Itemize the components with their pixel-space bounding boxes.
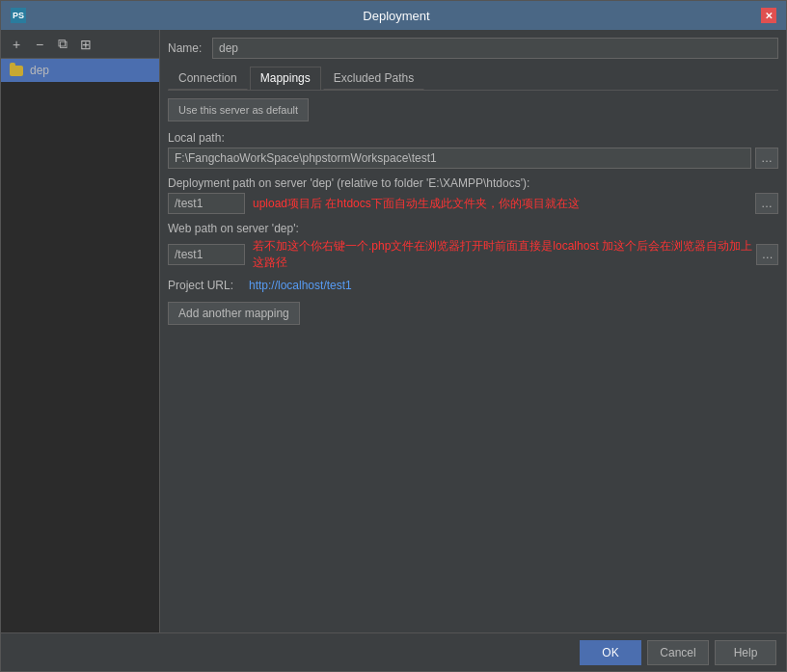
name-row: Name: <box>168 38 778 59</box>
title-bar-left: PS <box>11 8 32 23</box>
web-path-annotation: 若不加这个你右键一个.php文件在浏览器打开时前面直接是localhost 加这… <box>253 238 752 271</box>
cancel-button[interactable]: Cancel <box>647 640 709 665</box>
deployment-dialog: PS Deployment ✕ + − ⧉ ⊞ dep Name: <box>0 0 787 672</box>
deployment-path-section: Deployment path on server 'dep' (relativ… <box>168 176 778 214</box>
dialog-title: Deployment <box>32 9 761 23</box>
web-path-input[interactable] <box>168 244 245 265</box>
name-label: Name: <box>168 41 206 55</box>
app-icon: PS <box>11 8 26 23</box>
bottom-bar: OK Cancel Help <box>1 632 786 671</box>
project-url-row: Project URL: http://localhost/test1 <box>168 279 778 292</box>
sidebar-toolbar: + − ⧉ ⊞ <box>1 30 159 59</box>
local-path-input[interactable] <box>168 148 751 169</box>
local-path-browse-button[interactable]: … <box>755 148 778 169</box>
deployment-path-row: upload项目后 在htdocs下面自动生成此文件夹，你的项目就在这 … <box>168 193 778 214</box>
server-item-label: dep <box>30 64 49 77</box>
tabs-bar: Connection Mappings Excluded Paths <box>168 67 778 91</box>
local-path-row: … <box>168 148 778 169</box>
tab-mappings[interactable]: Mappings <box>250 67 321 90</box>
local-path-section: Local path: … <box>168 131 778 169</box>
add-server-button[interactable]: + <box>7 35 26 54</box>
project-url-value: http://localhost/test1 <box>249 279 352 292</box>
copy-server-button[interactable]: ⧉ <box>53 35 72 54</box>
deployment-path-annotation: upload项目后 在htdocs下面自动生成此文件夹，你的项目就在这 <box>253 196 580 212</box>
right-panel: Name: Connection Mappings Excluded Paths… <box>160 30 786 632</box>
tab-excluded-paths[interactable]: Excluded Paths <box>323 67 424 90</box>
close-button[interactable]: ✕ <box>761 8 776 23</box>
web-path-section: Web path on server 'dep': 若不加这个你右键一个.php… <box>168 222 778 271</box>
ok-button[interactable]: OK <box>580 640 641 665</box>
main-content: + − ⧉ ⊞ dep Name: Connection Mapp <box>1 30 786 632</box>
web-path-browse-button[interactable]: … <box>756 244 778 265</box>
deployment-path-input[interactable] <box>168 193 245 214</box>
web-path-label: Web path on server 'dep': <box>168 222 778 235</box>
help-button[interactable]: Help <box>715 640 776 665</box>
deployment-path-browse-button[interactable]: … <box>755 193 778 214</box>
tab-connection[interactable]: Connection <box>168 67 248 90</box>
add-mapping-button[interactable]: Add another mapping <box>168 302 300 325</box>
sidebar: + − ⧉ ⊞ dep <box>1 30 160 632</box>
name-input[interactable] <box>212 38 778 59</box>
group-button[interactable]: ⊞ <box>76 35 95 54</box>
deployment-path-label: Deployment path on server 'dep' (relativ… <box>168 176 778 190</box>
tab-content-mappings: Use this server as default Local path: …… <box>168 98 778 625</box>
server-item-dep[interactable]: dep <box>1 59 159 82</box>
local-path-label: Local path: <box>168 131 778 145</box>
title-bar: PS Deployment ✕ <box>1 1 786 30</box>
use-server-default-button[interactable]: Use this server as default <box>168 98 309 121</box>
web-path-row: 若不加这个你右键一个.php文件在浏览器打开时前面直接是localhost 加这… <box>168 238 778 271</box>
remove-server-button[interactable]: − <box>30 35 49 54</box>
project-url-label: Project URL: <box>168 279 245 292</box>
server-folder-icon <box>9 63 24 78</box>
